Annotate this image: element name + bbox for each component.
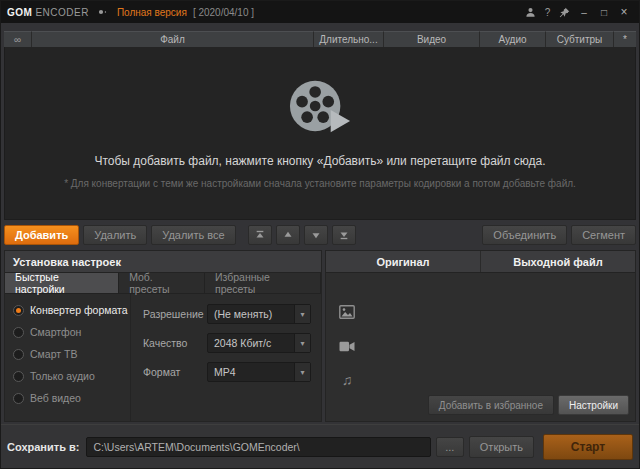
tab-mobile-presets[interactable]: Моб. пресеты: [119, 273, 205, 293]
column-header-duration[interactable]: Длительно...: [314, 31, 384, 47]
radio-label: Веб видео: [30, 392, 81, 404]
column-header-subtitles[interactable]: Субтитры: [546, 31, 614, 47]
move-top-icon: [255, 230, 265, 240]
radio-icon: [13, 393, 24, 404]
minimize-button[interactable]: –: [575, 7, 593, 18]
open-folder-button[interactable]: Открыть: [469, 436, 534, 458]
remove-all-button[interactable]: Удалить все: [151, 225, 235, 245]
settings-panel: Установка настроек Быстрые настройки Моб…: [4, 250, 322, 422]
quality-label: Качество: [143, 337, 207, 349]
start-button[interactable]: Старт: [543, 434, 633, 460]
move-down-button[interactable]: [304, 225, 328, 245]
radio-icon: [13, 327, 24, 338]
video-camera-icon: [338, 337, 356, 355]
quality-value: 2048 Кбит/с: [208, 337, 294, 349]
tab-quick-settings[interactable]: Быстрые настройки: [5, 273, 119, 293]
radio-audio-only[interactable]: Только аудио: [13, 365, 130, 387]
format-value: MP4: [208, 366, 294, 378]
radio-label: Конвертер формата: [30, 304, 128, 316]
settings-panel-title: Установка настроек: [5, 251, 321, 273]
merge-button[interactable]: Объединить: [482, 225, 567, 245]
move-bottom-button[interactable]: [332, 225, 356, 245]
help-icon[interactable]: ?: [539, 7, 556, 18]
settings-body: Конвертер формата Смартфон Смарт ТВ: [5, 294, 321, 421]
dropzone-main-text: Чтобы добавить файл, нажмите кнопку «Доб…: [94, 154, 545, 168]
format-field: Формат MP4 ▾: [143, 362, 311, 382]
column-header-file[interactable]: Файл: [32, 31, 314, 47]
radio-icon: [13, 305, 24, 316]
quality-field: Качество 2048 Кбит/с ▾: [143, 333, 311, 353]
build-date-label: [ 2020/04/10 ]: [193, 7, 254, 18]
dropzone-hint-text: * Для конвертации с теми же настройками …: [64, 178, 576, 189]
preview-panel: Оригинал Выходной файл ♫ Добавить в избр…: [325, 250, 636, 422]
radio-icon: [13, 371, 24, 382]
close-button[interactable]: ×: [615, 5, 633, 19]
format-select[interactable]: MP4 ▾: [207, 362, 311, 382]
options-button[interactable]: Настройки: [558, 395, 629, 415]
file-list-header: ∞ Файл Длительно... Видео Аудио Субтитры…: [4, 31, 636, 47]
film-reel-icon: [288, 78, 352, 138]
browse-button[interactable]: ...: [436, 437, 464, 457]
radio-label: Смарт ТВ: [30, 348, 77, 360]
arrow-up-icon: [283, 230, 293, 240]
output-column-header: Выходной файл: [481, 251, 635, 272]
save-to-label: Сохранить в:: [7, 441, 79, 453]
resolution-field: Разрешение (Не менять) ▾: [143, 304, 311, 324]
lower-panels: Установка настроек Быстрые настройки Моб…: [4, 250, 636, 422]
select-all-column-header[interactable]: ∞: [4, 31, 32, 47]
app-logo-gom: GOM: [7, 7, 32, 18]
column-header-star[interactable]: *: [614, 31, 636, 47]
maximize-button[interactable]: □: [595, 7, 613, 18]
tab-favorite-presets[interactable]: Избранные пресеты: [205, 273, 321, 293]
encode-fields: Разрешение (Не менять) ▾ Качество 2048 К…: [131, 294, 321, 421]
version-label: Полная версия: [117, 7, 187, 18]
column-header-audio[interactable]: Аудио: [480, 31, 546, 47]
radio-label: Только аудио: [30, 370, 95, 382]
file-drop-zone[interactable]: Чтобы добавить файл, нажмите кнопку «Доб…: [4, 47, 636, 220]
media-info-icons: ♫: [338, 303, 356, 389]
save-path-input[interactable]: [86, 437, 430, 457]
add-to-favorites-button[interactable]: Добавить в избранное: [428, 395, 554, 415]
link-icon: ∞: [14, 34, 21, 45]
preview-buttons: Добавить в избранное Настройки: [428, 395, 629, 415]
column-header-video[interactable]: Видео: [384, 31, 480, 47]
main-area: ∞ Файл Длительно... Видео Аудио Субтитры…: [1, 23, 639, 424]
chevron-down-icon[interactable]: ▾: [294, 334, 310, 352]
account-icon[interactable]: [522, 7, 539, 18]
preview-header: Оригинал Выходной файл: [326, 251, 635, 273]
add-button[interactable]: Добавить: [4, 225, 79, 245]
resolution-value: (Не менять): [208, 308, 294, 320]
titlebar: GOM ENCODER Полная версия [ 2020/04/10 ]…: [1, 1, 639, 23]
remove-button[interactable]: Удалить: [83, 225, 147, 245]
radio-smartphone[interactable]: Смартфон: [13, 321, 130, 343]
settings-tabs: Быстрые настройки Моб. пресеты Избранные…: [5, 273, 321, 294]
pin-icon[interactable]: [556, 7, 573, 18]
radio-smart-tv[interactable]: Смарт ТВ: [13, 343, 130, 365]
music-note-icon: ♫: [338, 371, 356, 389]
resolution-select[interactable]: (Не менять) ▾: [207, 304, 311, 324]
radio-icon: [13, 349, 24, 360]
chevron-down-icon[interactable]: ▾: [294, 363, 310, 381]
bottom-bar: Сохранить в: ... Открыть Старт: [1, 424, 639, 468]
move-bottom-icon: [339, 230, 349, 240]
conversion-mode-list: Конвертер формата Смартфон Смарт ТВ: [5, 294, 131, 421]
gom-encoder-window: GOM ENCODER Полная версия [ 2020/04/10 ]…: [0, 0, 640, 469]
app-logo-encoder: ENCODER: [35, 7, 89, 18]
image-icon: [338, 303, 356, 321]
move-top-button[interactable]: [248, 225, 272, 245]
original-column-header: Оригинал: [326, 251, 481, 272]
file-toolbar: Добавить Удалить Удалить все Объединить …: [4, 223, 636, 247]
radio-web-video[interactable]: Веб видео: [13, 387, 130, 409]
radio-format-converter[interactable]: Конвертер формата: [13, 299, 130, 321]
gear-icon[interactable]: [95, 6, 107, 18]
quality-select[interactable]: 2048 Кбит/с ▾: [207, 333, 311, 353]
format-label: Формат: [143, 366, 207, 378]
resolution-label: Разрешение: [143, 308, 207, 320]
chevron-down-icon[interactable]: ▾: [294, 305, 310, 323]
segment-button[interactable]: Сегмент: [571, 225, 636, 245]
arrow-down-icon: [311, 230, 321, 240]
move-up-button[interactable]: [276, 225, 300, 245]
radio-label: Смартфон: [30, 326, 81, 338]
